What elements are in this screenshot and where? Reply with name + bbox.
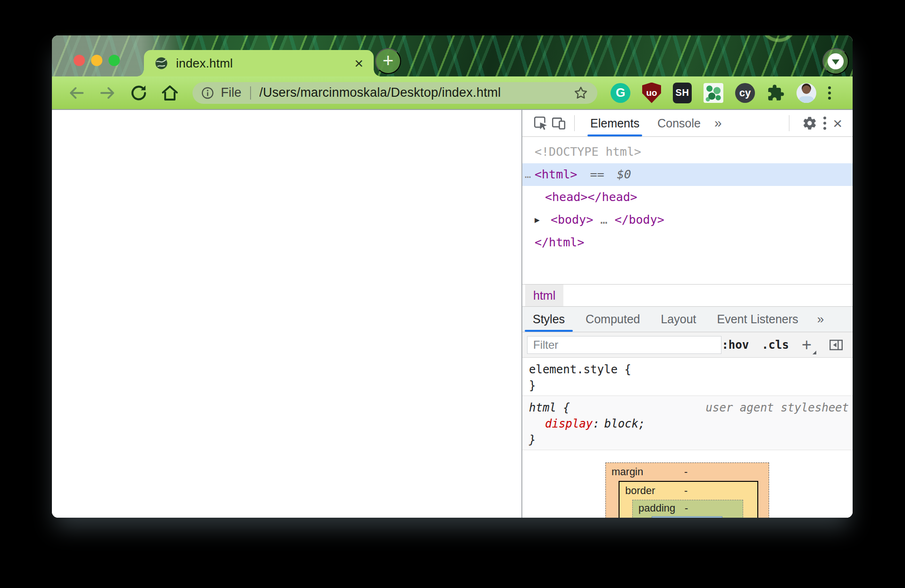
margin-label: margin [612,466,643,478]
sh-extension-icon[interactable]: SH [673,83,692,103]
leaf-pattern-extension-icon[interactable] [704,83,723,103]
css-declaration[interactable]: display:block; [529,416,853,432]
element-style-rule[interactable]: element.style { } [522,358,853,396]
user-agent-rule[interactable]: html { user agent stylesheet display:blo… [522,396,853,450]
new-style-rule-button[interactable]: + [802,336,814,353]
new-tab-button[interactable]: + [375,48,401,74]
extensions-puzzle-icon[interactable] [767,84,785,102]
grammarly-letter: G [616,85,625,100]
box-model-content[interactable] [652,516,722,518]
toggle-sidebar-icon[interactable] [827,336,845,354]
stylesheet-origin: user agent stylesheet [706,400,849,416]
zoom-window-button[interactable] [109,55,120,66]
window-controls [74,55,120,66]
padding-value[interactable]: - [685,502,688,514]
tree-row-doctype[interactable]: <!DOCTYPE html> [522,141,853,163]
tab-search-button[interactable] [822,48,849,75]
cy-letters: cy [739,87,751,99]
browser-window: index.html × + [52,35,853,518]
browser-tab[interactable]: index.html × [144,50,374,76]
reload-button[interactable] [128,83,149,103]
toolbar-separator [574,115,575,131]
tab-layout[interactable]: Layout [650,307,706,332]
settings-gear-icon[interactable] [801,114,819,132]
breadcrumb-bar: html [522,284,853,307]
tab-styles[interactable]: Styles [522,307,575,332]
css-value[interactable]: block; [604,417,645,430]
more-tabs-icon[interactable]: » [710,116,727,131]
tree-row-body[interactable]: ▶ <body> … </body> [522,209,853,231]
rule-selector[interactable]: html { [529,400,570,416]
sh-letters: SH [676,87,689,98]
close-window-button[interactable] [74,55,85,66]
more-sidebar-tabs-icon[interactable]: » [812,307,830,332]
filter-actions: :hov .cls + [721,336,845,354]
devtools-menu-icon[interactable] [823,117,826,130]
overflow-dots-icon: … [525,163,529,186]
forward-button[interactable] [97,83,118,103]
tab-elements[interactable]: Elements [581,110,648,136]
desktop-background: index.html × + [0,0,905,588]
tab-close-icon[interactable]: × [354,56,363,71]
forward-arrow-icon [98,84,117,102]
chevron-down-icon [828,53,844,69]
page-content [52,110,521,518]
styles-pane: element.style { } html { user agent styl… [522,358,853,518]
grammarly-extension-icon[interactable]: G [611,83,630,103]
browser-menu-icon[interactable] [828,86,831,100]
ublock-extension-icon[interactable]: uo [642,83,661,103]
address-scheme-label: File [221,85,242,100]
css-property[interactable]: display [545,417,593,430]
rule-close-line: } [529,378,853,394]
plus-icon: + [383,51,394,70]
cypress-extension-icon[interactable]: cy [735,83,755,103]
address-bar[interactable]: File /Users/marcinmoskala/Desktop/index.… [193,82,597,104]
toggle-class-button[interactable]: .cls [762,338,789,352]
tree-row-html-selected[interactable]: … <html> == $0 [522,163,853,186]
devtools-toolbar: Elements Console » [522,110,853,137]
box-model-border[interactable]: border - padding - [619,481,758,518]
toggle-hover-state-button[interactable]: :hov [721,338,749,352]
margin-value[interactable]: - [684,466,687,478]
styles-filter-bar: :hov .cls + [522,332,853,358]
border-value[interactable]: - [684,485,687,497]
padding-label: padding [638,502,675,514]
expand-triangle-icon[interactable]: ▶ [535,215,540,225]
extension-row: G uo SH cy [611,83,831,103]
bookmark-star-icon[interactable] [573,85,589,101]
back-button[interactable] [66,83,87,103]
box-model-diagram: margin - border - padding [605,462,769,518]
filter-input[interactable] [527,336,721,354]
toolbar-separator [789,115,789,131]
elements-tree: <!DOCTYPE html> … <html> == $0 <head></h… [522,137,853,284]
tree-row-head[interactable]: <head></head> [522,186,853,209]
home-button[interactable] [159,83,180,103]
tab-computed[interactable]: Computed [575,307,650,332]
address-path[interactable]: /Users/marcinmoskala/Desktop/index.html [260,85,501,100]
rule-close-line: } [529,432,853,448]
browser-toolbar: File /Users/marcinmoskala/Desktop/index.… [52,76,853,110]
window-content: Elements Console » [52,110,853,518]
address-divider [250,86,251,100]
tab-title: index.html [176,56,233,71]
border-label: border [625,485,655,497]
profile-avatar[interactable] [796,83,816,103]
breadcrumb-html[interactable]: html [525,285,563,306]
devtools-toolbar-right: × [782,114,844,132]
back-arrow-icon [67,84,86,102]
box-model-margin[interactable]: margin - border - padding [605,462,769,518]
inspect-element-icon[interactable] [532,114,550,132]
tree-row-html-close[interactable]: </html> [522,231,853,254]
minimize-window-button[interactable] [91,55,102,66]
globe-favicon-icon [154,56,168,70]
tab-bar: index.html × + [52,35,853,76]
rule-selector-line[interactable]: element.style { [529,361,853,378]
info-icon[interactable] [201,86,214,100]
tab-console[interactable]: Console [648,110,710,136]
box-model-padding[interactable]: padding - [632,500,743,518]
device-toolbar-icon[interactable] [550,114,568,132]
sidebar-tabs: Styles Computed Layout Event Listeners » [522,307,853,332]
devtools-close-icon[interactable]: × [831,115,844,131]
reload-icon [129,84,148,102]
tab-event-listeners[interactable]: Event Listeners [707,307,809,332]
